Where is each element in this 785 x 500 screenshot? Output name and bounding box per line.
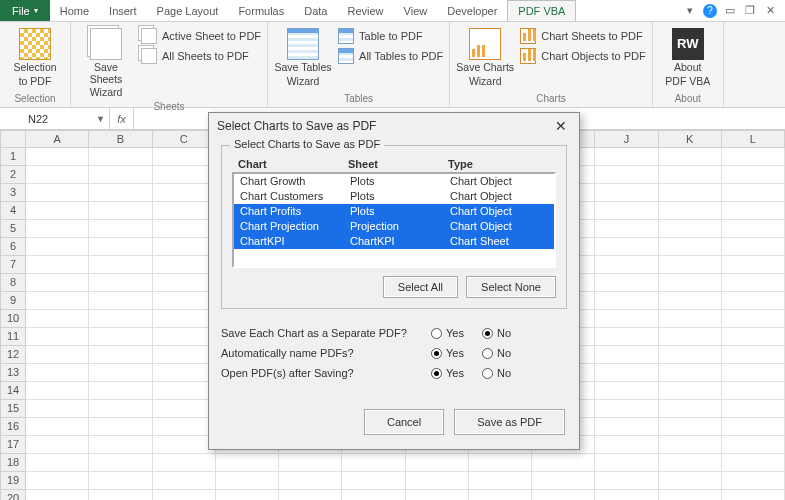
cell[interactable]: [595, 382, 658, 400]
row-header[interactable]: 10: [0, 310, 26, 328]
cell[interactable]: [595, 148, 658, 166]
cell[interactable]: [26, 454, 89, 472]
cell[interactable]: [26, 328, 89, 346]
cell[interactable]: [26, 238, 89, 256]
cell[interactable]: [722, 490, 785, 500]
cell[interactable]: [722, 400, 785, 418]
cell[interactable]: [722, 220, 785, 238]
cell[interactable]: [26, 382, 89, 400]
tab-formulas[interactable]: Formulas: [228, 0, 294, 21]
cell[interactable]: [89, 472, 152, 490]
cell[interactable]: [89, 490, 152, 500]
cell[interactable]: [659, 418, 722, 436]
row-header[interactable]: 3: [0, 184, 26, 202]
cell[interactable]: [26, 220, 89, 238]
cell[interactable]: [89, 202, 152, 220]
cell[interactable]: [659, 382, 722, 400]
row-header[interactable]: 8: [0, 274, 26, 292]
radio-yes[interactable]: Yes: [431, 367, 464, 379]
tab-developer[interactable]: Developer: [437, 0, 507, 21]
cell[interactable]: [153, 346, 216, 364]
cell[interactable]: [406, 490, 469, 500]
tab-pdf-vba[interactable]: PDF VBA: [507, 0, 576, 21]
all-tables-to-pdf[interactable]: All Tables to PDF: [338, 48, 443, 64]
cell[interactable]: [153, 274, 216, 292]
col-header[interactable]: J: [595, 130, 658, 148]
cell[interactable]: [153, 382, 216, 400]
file-tab[interactable]: File ▾: [0, 0, 50, 21]
row-header[interactable]: 2: [0, 166, 26, 184]
cell[interactable]: [342, 490, 405, 500]
cell[interactable]: [26, 310, 89, 328]
cell[interactable]: [89, 454, 152, 472]
cell[interactable]: [659, 454, 722, 472]
row-header[interactable]: 7: [0, 256, 26, 274]
col-header[interactable]: K: [659, 130, 722, 148]
cell[interactable]: [153, 436, 216, 454]
cell[interactable]: [659, 472, 722, 490]
cell[interactable]: [722, 202, 785, 220]
cell[interactable]: [722, 328, 785, 346]
cell[interactable]: [722, 454, 785, 472]
help-icon[interactable]: ?: [703, 4, 717, 18]
cell[interactable]: [153, 202, 216, 220]
save-sheets-wizard[interactable]: Save SheetsWizard: [77, 26, 135, 99]
cell[interactable]: [659, 436, 722, 454]
cell[interactable]: [153, 220, 216, 238]
row-header[interactable]: 5: [0, 220, 26, 238]
cell[interactable]: [153, 328, 216, 346]
cell[interactable]: [659, 184, 722, 202]
cell[interactable]: [342, 454, 405, 472]
cell[interactable]: [153, 148, 216, 166]
col-header[interactable]: L: [722, 130, 785, 148]
cell[interactable]: [89, 346, 152, 364]
row-header[interactable]: 15: [0, 400, 26, 418]
row-header[interactable]: 9: [0, 292, 26, 310]
list-item[interactable]: Chart ProfitsPlotsChart Object: [234, 204, 554, 219]
tab-page-layout[interactable]: Page Layout: [147, 0, 229, 21]
cell[interactable]: [469, 472, 532, 490]
radio-no[interactable]: No: [482, 347, 511, 359]
cell[interactable]: [89, 310, 152, 328]
radio-yes[interactable]: Yes: [431, 347, 464, 359]
cell[interactable]: [26, 436, 89, 454]
row-header[interactable]: 19: [0, 472, 26, 490]
cell[interactable]: [89, 328, 152, 346]
cell[interactable]: [595, 454, 658, 472]
cell[interactable]: [595, 364, 658, 382]
cell[interactable]: [722, 166, 785, 184]
select-all-corner[interactable]: [0, 130, 26, 148]
select-none-button[interactable]: Select None: [466, 276, 556, 298]
cell[interactable]: [89, 274, 152, 292]
cell[interactable]: [469, 490, 532, 500]
cell[interactable]: [153, 418, 216, 436]
cell[interactable]: [153, 490, 216, 500]
cell[interactable]: [595, 220, 658, 238]
cell[interactable]: [722, 364, 785, 382]
radio-no[interactable]: No: [482, 327, 511, 339]
list-item[interactable]: Chart CustomersPlotsChart Object: [234, 189, 554, 204]
tab-insert[interactable]: Insert: [99, 0, 147, 21]
cell[interactable]: [342, 472, 405, 490]
row-header[interactable]: 18: [0, 454, 26, 472]
cell[interactable]: [26, 418, 89, 436]
cell[interactable]: [153, 166, 216, 184]
col-header[interactable]: C: [153, 130, 216, 148]
table-to-pdf[interactable]: Table to PDF: [338, 28, 443, 44]
row-header[interactable]: 6: [0, 238, 26, 256]
cell[interactable]: [89, 184, 152, 202]
cell[interactable]: [532, 454, 595, 472]
cell[interactable]: [89, 292, 152, 310]
cell[interactable]: [595, 490, 658, 500]
cell[interactable]: [659, 310, 722, 328]
save-charts-wizard[interactable]: Save ChartsWizard: [456, 26, 514, 91]
cell[interactable]: [595, 292, 658, 310]
cell[interactable]: [89, 238, 152, 256]
row-header[interactable]: 11: [0, 328, 26, 346]
cell[interactable]: [722, 418, 785, 436]
cell[interactable]: [722, 472, 785, 490]
cell[interactable]: [722, 436, 785, 454]
cell[interactable]: [722, 310, 785, 328]
cell[interactable]: [406, 454, 469, 472]
row-header[interactable]: 14: [0, 382, 26, 400]
